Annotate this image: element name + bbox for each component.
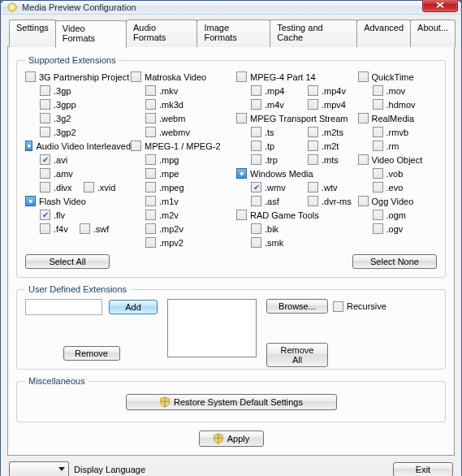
window-title: Media Preview Configuration — [22, 2, 422, 12]
tab-advanced[interactable]: Advanced — [356, 19, 411, 47]
checkbox-ogg-group[interactable] — [358, 196, 369, 206]
ext-col-4: QuickTime .mov .hdmov RealMedia .rmvb .r… — [358, 70, 438, 249]
language-label: Display Language — [74, 465, 145, 474]
checkbox-mp2v[interactable] — [145, 223, 156, 234]
checkbox-3gp[interactable] — [40, 85, 50, 96]
checkbox-webmv[interactable] — [145, 127, 156, 137]
tab-about[interactable]: About... — [410, 19, 456, 47]
checkbox-mpg[interactable] — [145, 154, 156, 165]
ext-col-3: MPEG-4 Part 14 .mp4 .mp4v .m4v .mpv4 MPE… — [236, 70, 358, 249]
select-button-row: Select All Select None — [25, 254, 437, 269]
checkbox-m2t[interactable] — [308, 141, 318, 151]
checkbox-mp4[interactable] — [251, 85, 261, 96]
checkbox-smk[interactable] — [251, 237, 261, 248]
checkbox-swf[interactable] — [80, 223, 90, 234]
checkbox-mpeg12-group[interactable] — [131, 141, 141, 151]
checkbox-recursive[interactable] — [333, 301, 343, 312]
checkbox-avi[interactable] — [40, 154, 50, 165]
select-none-button[interactable]: Select None — [352, 254, 437, 269]
checkbox-winmedia-group[interactable] — [236, 168, 247, 179]
checkbox-m2ts[interactable] — [308, 127, 318, 137]
tab-testing-cache[interactable]: Testing and Cache — [270, 19, 357, 47]
checkbox-rm[interactable] — [373, 141, 383, 151]
checkbox-mpeg[interactable] — [145, 182, 156, 193]
checkbox-asf[interactable] — [251, 196, 261, 206]
tab-settings[interactable]: Settings — [9, 19, 56, 47]
checkbox-m4v[interactable] — [251, 99, 261, 110]
checkbox-3g2[interactable] — [40, 113, 50, 123]
add-button[interactable]: Add — [109, 300, 158, 314]
misc-group: Miscellaneous Restore System Default Set… — [16, 376, 446, 422]
checkbox-vob-group[interactable] — [358, 154, 369, 165]
restore-defaults-button[interactable]: Restore System Default Settings — [126, 394, 337, 410]
label-ogv: .ogv — [386, 224, 404, 234]
checkbox-xvid[interactable] — [84, 182, 94, 193]
checkbox-ogm[interactable] — [373, 210, 383, 220]
checkbox-mov[interactable] — [373, 85, 383, 96]
checkbox-dvrms[interactable] — [308, 196, 318, 206]
checkbox-mpv4[interactable] — [308, 99, 318, 110]
ude-input[interactable] — [25, 299, 102, 315]
label-recursive: Recursive — [347, 301, 386, 311]
checkbox-avi-group[interactable] — [25, 141, 32, 151]
checkbox-flash-group[interactable] — [25, 196, 36, 206]
checkbox-rad-group[interactable] — [236, 210, 247, 220]
checkbox-mkv[interactable] — [145, 85, 156, 96]
checkbox-mpv2[interactable] — [145, 237, 156, 248]
label-vob: .vob — [386, 169, 404, 179]
checkbox-f4v[interactable] — [40, 223, 50, 234]
checkbox-mk3d[interactable] — [145, 99, 156, 110]
checkbox-ts[interactable] — [251, 127, 261, 137]
checkbox-mp4v[interactable] — [308, 85, 318, 96]
checkbox-tp[interactable] — [251, 141, 261, 151]
apply-button[interactable]: Apply — [199, 431, 264, 447]
checkbox-flv[interactable] — [40, 210, 50, 220]
close-button[interactable] — [422, 0, 458, 12]
checkbox-vob[interactable] — [373, 168, 383, 179]
tab-audio-formats[interactable]: Audio Formats — [126, 19, 197, 47]
checkbox-wmv[interactable] — [251, 182, 261, 193]
ude-legend: User Defined Extensions — [25, 284, 130, 294]
checkbox-matroska-group[interactable] — [131, 71, 141, 82]
checkbox-evo[interactable] — [373, 182, 383, 193]
checkbox-amv[interactable] — [40, 168, 50, 179]
checkbox-mts[interactable] — [308, 154, 318, 165]
checkbox-3gpp[interactable] — [40, 99, 50, 110]
tab-video-formats[interactable]: Video Formats — [55, 20, 127, 48]
remove-button[interactable]: Remove — [63, 346, 120, 361]
chevron-down-icon — [58, 467, 65, 472]
checkbox-trp[interactable] — [251, 154, 261, 165]
checkbox-mp4-group[interactable] — [236, 71, 247, 82]
label-3gp: .3gp — [54, 86, 71, 96]
ext-col-2: Matroska Video .mkv .mk3d .webm .webmv M… — [131, 70, 236, 249]
checkbox-real-group[interactable] — [358, 113, 369, 123]
tab-image-formats[interactable]: Image Formats — [196, 19, 270, 47]
checkbox-m1v[interactable] — [145, 196, 156, 206]
checkbox-3gp2[interactable] — [40, 127, 50, 137]
label-mp2v: .mp2v — [159, 224, 184, 234]
checkbox-ogv[interactable] — [373, 223, 383, 234]
checkbox-webm[interactable] — [145, 113, 156, 123]
browse-button[interactable]: Browse... — [266, 299, 328, 314]
label-wmv: .wmv — [265, 183, 286, 193]
checkbox-hdmov[interactable] — [373, 99, 383, 110]
select-all-button[interactable]: Select All — [25, 254, 110, 269]
exit-button[interactable]: Exit — [393, 462, 453, 476]
language-combo[interactable] — [9, 461, 69, 476]
checkbox-3gpp-group[interactable] — [25, 71, 36, 82]
checkbox-mpe[interactable] — [145, 168, 156, 179]
label-smk: .smk — [265, 238, 283, 248]
checkbox-qt-group[interactable] — [358, 71, 369, 82]
checkbox-bik[interactable] — [251, 223, 261, 234]
checkbox-wtv[interactable] — [308, 182, 318, 193]
checkbox-mpegts-group[interactable] — [236, 113, 247, 123]
label-mov: .mov — [386, 86, 406, 96]
checkbox-divx[interactable] — [40, 182, 50, 193]
remove-all-button[interactable]: Remove All — [266, 343, 328, 367]
checkbox-m2v[interactable] — [145, 210, 156, 220]
label-3gp2: .3gp2 — [54, 128, 76, 137]
label-mpv4: .mpv4 — [322, 100, 346, 110]
checkbox-rmvb[interactable] — [373, 127, 383, 137]
label-divx: .divx — [54, 183, 72, 193]
ude-listbox[interactable] — [167, 299, 257, 357]
